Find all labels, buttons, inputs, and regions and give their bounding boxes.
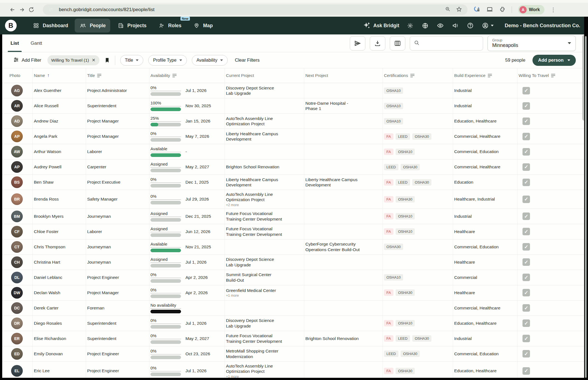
bookmark-star-icon[interactable] (456, 6, 462, 13)
current-project-more[interactable]: +2 more (226, 203, 239, 207)
avatar[interactable]: DL (11, 272, 23, 283)
filter-dropdown-profile-type[interactable]: Profile Type (148, 55, 187, 66)
table-row[interactable]: BM Brooklyn Myers Journeyman Assigned De… (2, 209, 584, 224)
column-header[interactable]: Willing To Travel (517, 68, 573, 83)
willing-to-travel-checkbox[interactable]: ✓ (522, 102, 530, 110)
tab-list[interactable]: List (8, 34, 22, 52)
table-row[interactable]: DR Diego Rosales Superintendent 0% Jul 1… (2, 316, 584, 331)
browser-profile-chip[interactable]: A Work (518, 5, 544, 14)
remove-filter-icon[interactable]: ✕ (92, 58, 95, 63)
willing-to-travel-checkbox[interactable]: ✓ (522, 118, 530, 125)
column-header[interactable]: Certifications (383, 68, 453, 83)
avatar[interactable]: AR (11, 100, 23, 112)
share-button[interactable] (350, 36, 365, 51)
table-row[interactable]: AD Andrew Diaz Project Manager 25% Jan 1… (2, 114, 584, 129)
privacy-badge-icon[interactable] (474, 6, 480, 14)
avatar[interactable]: EL (11, 365, 23, 377)
table-row[interactable]: AP Angela Park Project Manager 0% May 7,… (2, 129, 584, 144)
announcements-icon[interactable] (451, 22, 459, 29)
willing-to-travel-checkbox[interactable]: ✓ (522, 212, 530, 220)
site-settings-icon[interactable] (47, 6, 55, 14)
avatar[interactable]: CT (11, 241, 23, 253)
column-header[interactable]: Availability (149, 68, 225, 83)
column-header[interactable]: Current Project (225, 68, 304, 83)
nav-item-people[interactable]: People (75, 19, 110, 32)
willing-to-travel-checkbox[interactable]: ✓ (522, 289, 530, 296)
columns-button[interactable] (390, 36, 405, 51)
avatar[interactable]: CH (11, 256, 23, 268)
avatar[interactable]: DW (11, 287, 23, 299)
column-header[interactable]: Name ↑ (33, 68, 86, 83)
nav-item-roles[interactable]: Roles New (153, 19, 186, 32)
nav-item-projects[interactable]: Projects (112, 19, 151, 32)
table-row[interactable]: BR Brenda Ross Safety Manager 0% Jul 29,… (2, 190, 584, 209)
browser-reload-button[interactable] (27, 5, 36, 14)
table-row[interactable]: BS Ben Shaw Project Executive 0% Dec 1, … (2, 175, 584, 190)
browser-back-button[interactable] (8, 5, 17, 14)
current-project-more[interactable]: +1 more (226, 294, 239, 298)
avatar[interactable]: BM (11, 211, 23, 222)
table-row[interactable]: AW Arthur Watson Laborer Available - FAO… (2, 144, 584, 159)
willing-to-travel-checkbox[interactable]: ✓ (522, 367, 530, 375)
willing-to-travel-checkbox[interactable]: ✓ (522, 163, 530, 171)
willing-to-travel-checkbox[interactable]: ✓ (522, 274, 530, 281)
willing-to-travel-checkbox[interactable]: ✓ (522, 133, 530, 140)
avatar[interactable]: BR (11, 193, 23, 205)
address-bar[interactable]: bench.gobridgit.com/accounts/821/people/… (43, 4, 468, 15)
current-project-more[interactable]: +1 more (226, 375, 239, 378)
browser-forward-button[interactable] (17, 5, 27, 14)
group-select[interactable]: Group Minneapolis (488, 36, 576, 51)
nav-item-dashboard[interactable]: Dashboard (28, 19, 72, 32)
avatar[interactable]: AP (11, 161, 23, 173)
sort-ascending-icon[interactable]: ↑ (47, 73, 50, 78)
column-header[interactable]: Next Project (304, 68, 383, 83)
ask-bridgit-button[interactable]: Ask Bridgit (363, 22, 399, 29)
app-logo[interactable]: B (5, 20, 17, 31)
table-row[interactable]: DC Derek Carter Foreman No availability … (2, 301, 584, 316)
column-header[interactable]: Title (86, 68, 149, 83)
avatar[interactable]: DR (11, 318, 23, 329)
table-row[interactable]: AG Alex Guenther Project Administrator 0… (2, 83, 584, 98)
table-row[interactable]: AP Audrey Powell Carpenter Assigned May … (2, 159, 584, 175)
avatar[interactable]: BS (11, 176, 23, 188)
zoom-page-icon[interactable] (445, 6, 451, 13)
globe-icon[interactable] (421, 22, 429, 29)
browser-menu-icon[interactable]: ⋮ (551, 6, 556, 13)
willing-to-travel-checkbox[interactable]: ✓ (522, 350, 530, 358)
table-row[interactable]: EL Eric Lee Project Engineer 0% Jul 1, 2… (2, 362, 584, 378)
table-row[interactable]: CF Chloe Foster Laborer Assigned Jun 12,… (2, 224, 584, 239)
column-filter-icon[interactable] (551, 74, 555, 77)
table-row[interactable]: CT Chris Thompson Journeyman Available N… (2, 239, 584, 255)
help-icon[interactable] (466, 22, 474, 29)
avatar[interactable]: AD (11, 115, 23, 127)
media-device-icon[interactable] (486, 6, 493, 14)
nav-item-map[interactable]: Map (188, 19, 217, 32)
avatar[interactable]: ED (11, 348, 23, 360)
clear-filters-button[interactable]: Clear Filters (235, 58, 260, 63)
willing-to-travel-checkbox[interactable]: ✓ (522, 148, 530, 156)
willing-to-travel-checkbox[interactable]: ✓ (522, 179, 530, 186)
window-scrollbar[interactable] (585, 36, 587, 378)
table-row[interactable]: DW Declan Walsh Project Manager 0% Apr 2… (2, 285, 584, 301)
willing-to-travel-checkbox[interactable]: ✓ (522, 335, 530, 342)
column-filter-icon[interactable] (410, 74, 414, 77)
search-box[interactable] (410, 36, 483, 51)
column-filter-icon[interactable] (172, 74, 177, 77)
download-button[interactable] (370, 36, 385, 51)
avatar[interactable]: DC (11, 302, 23, 314)
avatar[interactable]: AP (11, 131, 23, 142)
column-header[interactable]: Photo (8, 68, 33, 83)
add-filter-button[interactable]: Add Filter (13, 57, 41, 64)
account-menu[interactable] (481, 22, 494, 29)
willing-to-travel-checkbox[interactable]: ✓ (522, 87, 530, 94)
search-input[interactable] (422, 41, 480, 46)
willing-to-travel-checkbox[interactable]: ✓ (522, 228, 530, 235)
active-filter-chip[interactable]: Willing To Travel (1) ✕ (47, 55, 99, 65)
column-header[interactable]: Build Experience (453, 68, 517, 83)
column-filter-icon[interactable] (97, 74, 101, 77)
avatar[interactable]: AG (11, 85, 23, 96)
table-row[interactable]: ER Elise Richardson Superintendent 0% Ma… (2, 331, 584, 346)
url-text[interactable]: bench.gobridgit.com/accounts/821/people/… (59, 7, 445, 12)
willing-to-travel-checkbox[interactable]: ✓ (522, 243, 530, 251)
filter-dropdown-availability[interactable]: Availability (192, 55, 228, 66)
